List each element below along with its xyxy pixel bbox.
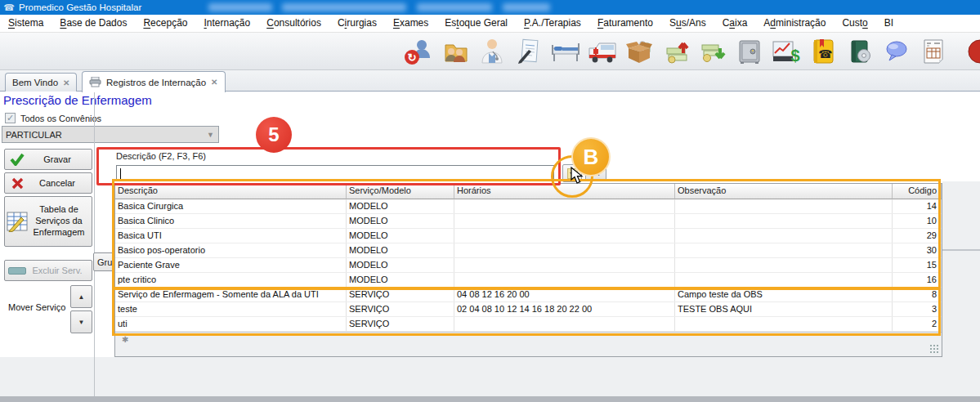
menu-item-recepcao[interactable]: Recepção <box>135 15 195 32</box>
menu-item-estoque-geral[interactable]: Estoque Geral <box>436 15 516 32</box>
delete-service-button-label: Excluir Serv. <box>29 266 92 275</box>
stock-box-icon[interactable] <box>623 35 656 68</box>
phonebook-icon[interactable]: ☎ <box>807 35 839 68</box>
tab-bem-vindo[interactable]: Bem Vindo ✕ <box>5 73 77 92</box>
services-grid: DescriçãoServiço/ModeloHoráriosObservaçã… <box>114 183 942 357</box>
safe-icon[interactable] <box>733 35 766 68</box>
column-header-4[interactable]: Código <box>893 184 942 199</box>
content-area: Prescrição de Enfermagem ✓ Todos os Conv… <box>0 92 980 396</box>
cell-1: MODELO <box>347 243 454 257</box>
manual-book-icon[interactable] <box>844 35 876 68</box>
tab-label: Registros de Internação <box>106 78 206 87</box>
menu-item-faturamento[interactable]: Faturamento <box>589 15 661 32</box>
table-edit-icon <box>5 211 29 232</box>
menu-item-exames[interactable]: Exames <box>385 15 436 32</box>
menu-item-administracao[interactable]: Administração <box>755 15 834 32</box>
prescription-document-icon[interactable] <box>512 35 545 68</box>
cell-2 <box>454 317 675 331</box>
cell-4: 16 <box>893 273 942 287</box>
cancel-button[interactable]: Cancelar <box>4 172 92 194</box>
sync-user-icon[interactable]: ↻ <box>402 35 435 68</box>
hospital-bed-icon[interactable] <box>549 35 582 68</box>
menu-item-cirurgias[interactable]: Cirurgias <box>329 15 385 32</box>
menu-item-sistema[interactable]: Sistema <box>0 15 51 32</box>
column-header-2[interactable]: Horários <box>454 184 675 199</box>
redacted-text <box>417 3 492 11</box>
up-arrow-icon: ▲ <box>78 293 85 301</box>
cell-0: Basica Cirurgica <box>115 199 347 213</box>
cell-0: uti <box>115 317 347 331</box>
descricao-dropdown-button[interactable] <box>562 164 582 182</box>
patients-folder-icon[interactable] <box>439 35 472 68</box>
new-row-marker-icon: ✱ <box>122 335 128 344</box>
right-splitter[interactable] <box>942 249 980 251</box>
table-row[interactable]: Basica CirurgicaMODELO14 <box>115 199 942 214</box>
todos-convenios-checkbox[interactable]: ✓ <box>5 113 16 123</box>
menu-item-internacao[interactable]: Internação <box>195 15 258 32</box>
table-row[interactable]: Paciente GraveMODELO15 <box>115 258 942 273</box>
menu-item-custo[interactable]: Custo <box>834 15 875 32</box>
window-bottom-border <box>0 396 980 402</box>
cell-1: MODELO <box>347 273 454 287</box>
money-receive-icon[interactable] <box>696 35 729 68</box>
cell-4: 14 <box>893 199 942 213</box>
dropdown-icon <box>567 168 578 179</box>
save-button[interactable]: Gravar <box>4 149 92 170</box>
page-title: Prescrição de Enfermagem <box>3 93 152 107</box>
grid-header: DescriçãoServiço/ModeloHoráriosObservaçã… <box>115 184 942 199</box>
x-icon <box>5 177 29 190</box>
table-row[interactable]: Serviço de Enfermagem - Somente da ALA d… <box>115 288 942 302</box>
move-up-button[interactable]: ▲ <box>70 285 92 308</box>
cell-1: MODELO <box>347 258 454 272</box>
down-arrow-icon: ▼ <box>78 319 85 326</box>
cell-1: SERVIÇO <box>347 317 454 331</box>
ambulance-icon[interactable] <box>586 35 619 68</box>
resize-grip-icon[interactable] <box>929 344 939 354</box>
table-row[interactable]: Basica ClinicoMODELO10 <box>115 214 942 229</box>
convenio-select[interactable]: PARTICULAR ▼ <box>2 126 219 143</box>
table-row[interactable]: testeSERVIÇO02 04 08 10 12 14 16 18 20 2… <box>115 302 942 317</box>
table-row[interactable]: Basico pos-operatorioMODELO30 <box>115 243 942 258</box>
delete-service-button[interactable]: Excluir Serv. <box>4 260 92 281</box>
window-title: Promedico Gestão Hospitalar <box>19 2 141 12</box>
cell-3 <box>675 214 893 228</box>
close-icon[interactable]: ✕ <box>211 78 217 87</box>
tab-registros-de-internacao[interactable]: Registros de Internação ✕ <box>82 71 226 92</box>
cell-3: TESTE OBS AQUI <box>675 302 893 316</box>
table-row[interactable]: utiSERVIÇO2 <box>115 317 942 332</box>
save-button-label: Gravar <box>29 154 92 164</box>
cell-1: MODELO <box>347 214 454 228</box>
service-table-button[interactable]: Tabela de Serviços da Enfermagem <box>4 196 92 247</box>
move-down-button[interactable]: ▼ <box>70 310 92 333</box>
cell-1: SERVIÇO <box>347 302 454 316</box>
report-icon[interactable] <box>917 35 950 68</box>
finance-chart-icon[interactable]: $ <box>770 35 803 68</box>
exit-icon[interactable] <box>954 35 980 68</box>
column-header-1[interactable]: Serviço/Modelo <box>347 184 454 199</box>
menu-item-base-de-dados[interactable]: Base de Dados <box>51 15 135 32</box>
menu-item-bi[interactable]: BI <box>876 15 902 32</box>
table-row[interactable]: Basica UTIMODELO29 <box>115 229 942 243</box>
descricao-input[interactable] <box>116 165 554 181</box>
annotation-badge-5: 5 <box>256 117 292 153</box>
cell-4: 3 <box>893 302 942 316</box>
cell-4: 15 <box>893 258 942 272</box>
column-header-0[interactable]: Descrição <box>115 184 347 199</box>
table-row[interactable]: pte criticoMODELO16 <box>115 273 942 288</box>
menu-item-pa-terapias[interactable]: P.A./Terapias <box>516 15 589 32</box>
cell-0: pte critico <box>115 273 347 287</box>
menu-item-caixa[interactable]: Caixa <box>714 15 756 32</box>
chat-icon[interactable] <box>880 35 913 68</box>
close-icon[interactable]: ✕ <box>63 78 69 87</box>
doctor-icon[interactable] <box>476 35 508 68</box>
menu-item-sus-ans[interactable]: Sus/Ans <box>661 15 714 32</box>
descricao-more-button[interactable]: ... <box>585 166 606 181</box>
cell-0: Basica Clinico <box>115 214 347 228</box>
grid-new-row[interactable]: ✱ <box>115 332 942 356</box>
billing-money-up-icon[interactable] <box>660 35 692 68</box>
menu-item-consultorios[interactable]: Consultórios <box>258 15 329 32</box>
cell-2: 02 04 08 10 12 14 16 18 20 22 00 <box>454 302 675 316</box>
column-header-3[interactable]: Observação <box>675 184 893 199</box>
right-panel-background <box>942 181 980 357</box>
cell-1: MODELO <box>347 229 454 243</box>
